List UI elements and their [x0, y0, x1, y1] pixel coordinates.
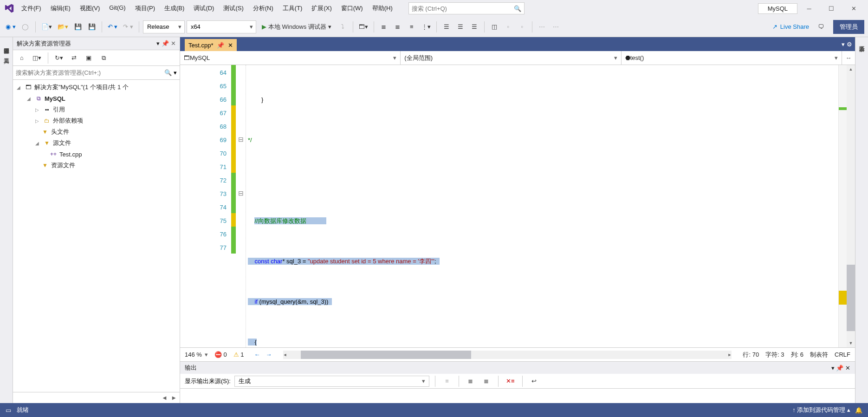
- tb-icon-13[interactable]: ⋯: [550, 20, 562, 33]
- menu-git[interactable]: Git(G): [104, 2, 130, 14]
- tab-pin-icon[interactable]: 📌: [217, 42, 224, 49]
- tb-icon-7[interactable]: ☰: [454, 20, 466, 33]
- tree-solution-root[interactable]: ◢🗔 解决方案"MySQL"(1 个项目/共 1 个: [13, 82, 180, 93]
- tb-icon-3[interactable]: ≣: [392, 20, 404, 33]
- out-wrap-icon[interactable]: ↩: [528, 375, 540, 388]
- exp-home-icon[interactable]: ⌂: [16, 52, 28, 65]
- exp-sync-icon[interactable]: ⇄: [68, 52, 80, 65]
- zoom-dropdown[interactable]: 146 %: [185, 351, 208, 358]
- tb-icon-11[interactable]: ▫: [516, 20, 528, 33]
- menu-edit[interactable]: 编辑(E): [46, 2, 75, 14]
- menu-tools[interactable]: 工具(T): [278, 2, 307, 14]
- prev-issue-button[interactable]: ←: [254, 351, 260, 358]
- warning-count[interactable]: ⚠ 1: [233, 351, 244, 358]
- diagnostics-tab[interactable]: 诊断工具: [856, 37, 868, 46]
- tree-file-testcpp[interactable]: ++ Test.cpp: [13, 149, 180, 160]
- live-share-button[interactable]: ↗ Live Share: [769, 23, 813, 30]
- menu-build[interactable]: 生成(B): [160, 2, 189, 14]
- feedback-button[interactable]: 🗨: [815, 20, 827, 33]
- split-editor-button[interactable]: ↔: [842, 51, 855, 65]
- exp-refresh-icon[interactable]: ↻▾: [53, 52, 65, 65]
- window-maximize-button[interactable]: ☐: [821, 1, 842, 15]
- source-control-button[interactable]: ↑ 添加到源代码管理 ▴: [792, 406, 850, 414]
- panel-menu-icon[interactable]: ▾: [156, 40, 160, 47]
- tb-icon-4[interactable]: ≡: [406, 20, 418, 33]
- exp-views-icon[interactable]: ◫▾: [31, 52, 43, 65]
- tb-icon-5[interactable]: ⋮▾: [420, 20, 433, 33]
- nav-back-button[interactable]: ◉ ▾: [4, 20, 18, 33]
- toolbox-tab[interactable]: 工具箱: [0, 49, 12, 59]
- tb-icon-10[interactable]: ▫: [502, 20, 514, 33]
- tb-icon-8[interactable]: ☰: [468, 20, 480, 33]
- configuration-dropdown[interactable]: Release: [143, 20, 185, 33]
- menu-project[interactable]: 项目(P): [130, 2, 160, 14]
- file-tab-active[interactable]: Test.cpp* 📌 ✕: [185, 39, 237, 51]
- next-issue-button[interactable]: →: [266, 351, 272, 358]
- out-icon-1[interactable]: ≡: [441, 375, 453, 388]
- menu-extensions[interactable]: 扩展(X): [307, 2, 336, 14]
- menu-file[interactable]: 文件(F): [17, 2, 46, 14]
- window-close-button[interactable]: ✕: [843, 1, 864, 15]
- menu-debug[interactable]: 调试(D): [189, 2, 219, 14]
- save-all-button[interactable]: 💾: [86, 20, 98, 33]
- save-button[interactable]: 💾: [72, 20, 84, 33]
- scroll-up-icon[interactable]: ▲: [847, 65, 855, 73]
- search-dropdown-icon[interactable]: 🔍 ▾: [164, 69, 177, 76]
- output-menu-icon[interactable]: ▾: [831, 365, 835, 371]
- line-ending[interactable]: CRLF: [835, 351, 850, 358]
- tab-close-icon[interactable]: ✕: [228, 42, 233, 49]
- nav-project-dropdown[interactable]: 🗔 MySQL: [180, 51, 401, 65]
- tb-icon-9[interactable]: ◫: [488, 20, 500, 33]
- platform-dropdown[interactable]: x64: [187, 20, 256, 33]
- nav-scope-dropdown[interactable]: (全局范围): [401, 51, 621, 65]
- indent-mode[interactable]: 制表符: [810, 351, 828, 359]
- start-debugging-button[interactable]: ▶ 本地 Windows 调试器▾: [258, 20, 335, 33]
- output-close-icon[interactable]: ✕: [845, 365, 850, 371]
- scroll-left-icon[interactable]: ◄: [162, 394, 168, 401]
- tree-references[interactable]: ▷ ▪▪ 引用: [13, 104, 180, 115]
- error-count[interactable]: ⛔ 0: [214, 351, 227, 358]
- server-explorer-tab[interactable]: 服务器资源管理器: [0, 39, 12, 48]
- menu-analyze[interactable]: 分析(N): [248, 2, 278, 14]
- scroll-right-icon[interactable]: ►: [171, 394, 177, 401]
- nav-function-dropdown[interactable]: ⬣ test(): [622, 51, 842, 65]
- code-content[interactable]: } */ //向数据库修改数据 const char* sql_3 = "upd…: [246, 65, 838, 347]
- vertical-scrollbar[interactable]: ▲ ▼: [847, 65, 855, 347]
- tree-project[interactable]: ◢ ⧉ MySQL: [13, 93, 180, 104]
- output-pin-icon[interactable]: 📌: [836, 365, 843, 371]
- tab-overflow-icon[interactable]: ▾: [842, 41, 845, 48]
- global-search-input[interactable]: [412, 5, 512, 12]
- notifications-icon[interactable]: 🔔: [855, 407, 862, 414]
- tree-external[interactable]: ▷ 🗀 外部依赖项: [13, 115, 180, 126]
- tree-headers[interactable]: ▼ 头文件: [13, 126, 180, 137]
- open-file-button[interactable]: 📂▾: [56, 20, 70, 33]
- overview-ruler[interactable]: [838, 65, 847, 347]
- redo-button[interactable]: ↷ ▾: [121, 20, 135, 33]
- tree-resources[interactable]: ▼ 资源文件: [13, 160, 180, 171]
- explorer-search[interactable]: 🔍 ▾: [13, 66, 180, 80]
- tb-icon-6[interactable]: ☰: [440, 20, 453, 33]
- undo-button[interactable]: ↶ ▾: [106, 20, 120, 33]
- tb-icon-1[interactable]: 🗔▾: [357, 20, 370, 33]
- window-minimize-button[interactable]: ─: [798, 1, 820, 15]
- menu-test[interactable]: 测试(S): [219, 2, 248, 14]
- pin-icon[interactable]: 📌: [162, 40, 169, 47]
- global-search[interactable]: 🔍: [408, 2, 525, 14]
- horizontal-scrollbar[interactable]: ◄►: [283, 351, 732, 359]
- scroll-down-icon[interactable]: ▼: [847, 339, 855, 347]
- tree-sources[interactable]: ◢ ▼ 源文件: [13, 137, 180, 149]
- nav-forward-button[interactable]: ◯: [19, 20, 32, 33]
- code-editor[interactable]: 6465666768697071727374757677 ⊟⊟ } */ //向…: [180, 65, 855, 347]
- explorer-search-input[interactable]: [16, 69, 164, 76]
- tb-icon-12[interactable]: ⋯: [536, 20, 548, 33]
- out-icon-3[interactable]: ≣: [480, 375, 492, 388]
- new-project-button[interactable]: 📄▾: [39, 20, 54, 33]
- menu-help[interactable]: 帮助(H): [368, 2, 397, 14]
- out-icon-2[interactable]: ≣: [465, 375, 477, 388]
- menu-view[interactable]: 视图(V): [75, 2, 104, 14]
- exp-properties-icon[interactable]: ⧉: [97, 52, 110, 65]
- step-button[interactable]: ⤵: [337, 20, 349, 33]
- tab-settings-icon[interactable]: ⚙: [847, 41, 852, 48]
- menu-window[interactable]: 窗口(W): [337, 2, 368, 14]
- exp-collapse-icon[interactable]: ▣: [83, 52, 95, 65]
